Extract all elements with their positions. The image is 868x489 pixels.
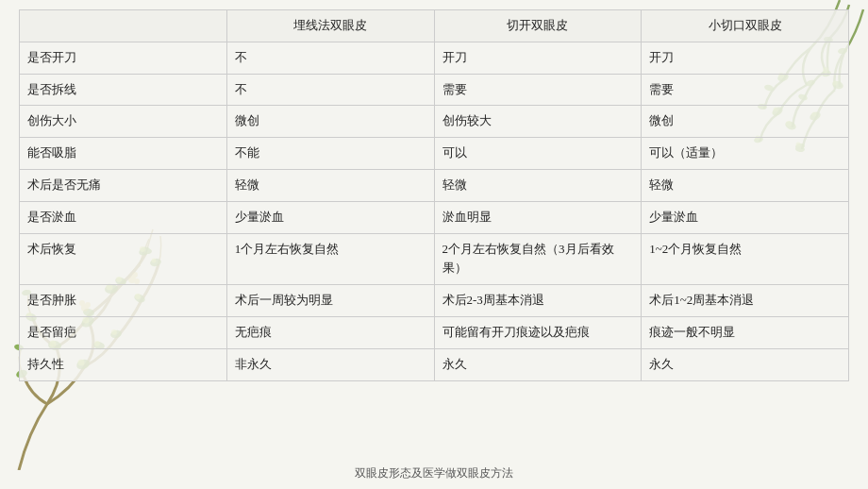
table-row: 是否留疤无疤痕可能留有开刀痕迹以及疤痕痕迹一般不明显 (20, 316, 849, 348)
row-label-0: 是否开刀 (20, 42, 227, 74)
table-wrapper: 埋线法双眼皮 切开双眼皮 小切口双眼皮 是否开刀不开刀开刀是否拆线不需要需要创伤… (0, 0, 868, 461)
row-label-2: 创伤大小 (20, 106, 227, 138)
row-0-col2: 开刀 (434, 42, 642, 74)
row-label-3: 能否吸脂 (20, 138, 227, 170)
row-5-col1: 少量淤血 (226, 201, 434, 233)
row-1-col2: 需要 (434, 74, 642, 106)
header-col1: 埋线法双眼皮 (226, 10, 434, 42)
row-label-6: 术后恢复 (20, 233, 227, 285)
row-5-col3: 少量淤血 (642, 201, 849, 233)
row-5-col2: 淤血明显 (434, 201, 642, 233)
row-3-col2: 可以 (434, 138, 642, 170)
row-2-col1: 微创 (226, 106, 434, 138)
table-row: 持久性非永久永久永久 (20, 348, 849, 380)
table-row: 是否开刀不开刀开刀 (20, 42, 849, 74)
row-8-col1: 无疤痕 (226, 316, 434, 348)
row-7-col1: 术后一周较为明显 (226, 285, 434, 317)
row-6-col1: 1个月左右恢复自然 (226, 233, 434, 285)
header-col3: 小切口双眼皮 (642, 10, 849, 42)
row-label-9: 持久性 (20, 348, 227, 380)
table-row: 能否吸脂不能可以可以（适量） (20, 138, 849, 170)
header-col0 (20, 10, 227, 42)
row-6-col2: 2个月左右恢复自然（3月后看效果） (434, 233, 642, 285)
footer-text: 双眼皮形态及医学做双眼皮方法 (0, 465, 868, 481)
page-container: 埋线法双眼皮 切开双眼皮 小切口双眼皮 是否开刀不开刀开刀是否拆线不需要需要创伤… (0, 0, 868, 489)
row-9-col2: 永久 (434, 348, 642, 380)
row-9-col1: 非永久 (226, 348, 434, 380)
row-3-col3: 可以（适量） (642, 138, 849, 170)
row-1-col3: 需要 (642, 74, 849, 106)
row-1-col1: 不 (226, 74, 434, 106)
table-row: 创伤大小微创创伤较大微创 (20, 106, 849, 138)
row-0-col1: 不 (226, 42, 434, 74)
row-label-1: 是否拆线 (20, 74, 227, 106)
row-label-4: 术后是否无痛 (20, 169, 227, 201)
row-3-col1: 不能 (226, 138, 434, 170)
row-2-col2: 创伤较大 (434, 106, 642, 138)
row-4-col2: 轻微 (434, 169, 642, 201)
row-7-col2: 术后2-3周基本消退 (434, 285, 642, 317)
row-7-col3: 术后1~2周基本消退 (642, 285, 849, 317)
row-label-7: 是否肿胀 (20, 285, 227, 317)
row-6-col3: 1~2个月恢复自然 (642, 233, 849, 285)
row-2-col3: 微创 (642, 106, 849, 138)
row-label-5: 是否淤血 (20, 201, 227, 233)
row-4-col1: 轻微 (226, 169, 434, 201)
table-row: 术后恢复1个月左右恢复自然2个月左右恢复自然（3月后看效果）1~2个月恢复自然 (20, 233, 849, 285)
row-4-col3: 轻微 (642, 169, 849, 201)
header-col2: 切开双眼皮 (434, 10, 642, 42)
row-8-col3: 痕迹一般不明显 (642, 316, 849, 348)
row-0-col3: 开刀 (642, 42, 849, 74)
table-row: 是否肿胀术后一周较为明显术后2-3周基本消退术后1~2周基本消退 (20, 285, 849, 317)
table-row: 是否拆线不需要需要 (20, 74, 849, 106)
table-row: 术后是否无痛轻微轻微轻微 (20, 169, 849, 201)
row-9-col3: 永久 (642, 348, 849, 380)
row-label-8: 是否留疤 (20, 316, 227, 348)
comparison-table: 埋线法双眼皮 切开双眼皮 小切口双眼皮 是否开刀不开刀开刀是否拆线不需要需要创伤… (19, 9, 849, 381)
table-row: 是否淤血少量淤血淤血明显少量淤血 (20, 201, 849, 233)
row-8-col2: 可能留有开刀痕迹以及疤痕 (434, 316, 642, 348)
